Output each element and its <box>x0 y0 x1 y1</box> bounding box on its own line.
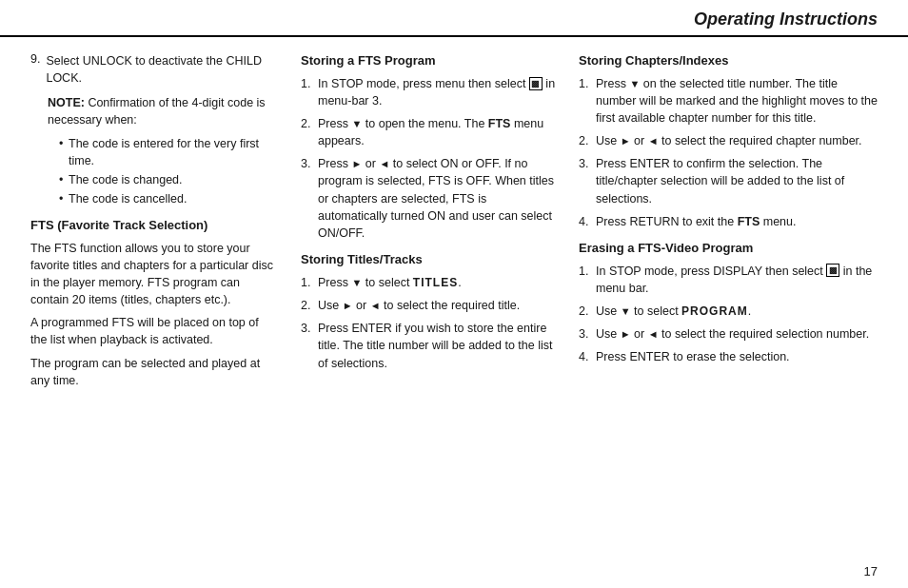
fts-para3: The program can be selected and played a… <box>30 355 278 389</box>
erasing-list: In STOP mode, press DISPLAY then select … <box>579 263 878 366</box>
list-item: Press ENTER if you wish to store the ent… <box>301 320 556 371</box>
storing-chapters-heading: Storing Chapters/Indexes <box>579 52 878 70</box>
list-item: In STOP mode, press DISPLAY then select … <box>579 263 878 297</box>
fts-label: FTS <box>488 117 511 130</box>
menu-bar-icon: ▩ <box>529 77 543 90</box>
list-item: Press RETURN to exit the FTS menu. <box>579 213 878 230</box>
arrow-down-icon: ▼ <box>629 77 640 92</box>
storing-fts-list: In STOP mode, press menu then select ▩ i… <box>301 75 556 242</box>
arrow-left-icon: ◄ <box>370 299 381 314</box>
content-area: 9. Select UNLOCK to deactivate the CHILD… <box>0 37 908 547</box>
list-item: Press ▼ to select TITLES. <box>301 274 556 291</box>
arrow-left-icon: ◄ <box>648 134 659 149</box>
arrow-right-icon: ► <box>621 327 631 343</box>
storing-fts-heading: Storing a FTS Program <box>301 52 556 70</box>
fts-para1: The FTS function allows you to store you… <box>30 240 278 309</box>
item-9-number: 9. <box>30 52 40 87</box>
right-column: Storing Chapters/Indexes Press ▼ on the … <box>579 52 878 547</box>
titles-label: TITLES <box>413 276 458 289</box>
program-label: PROGRAM <box>681 304 748 318</box>
middle-column: Storing a FTS Program In STOP mode, pres… <box>301 52 556 547</box>
menu-bar-icon: ▩ <box>826 264 839 277</box>
fts-label: FTS <box>738 215 760 228</box>
arrow-down-icon: ▼ <box>351 117 362 132</box>
storing-titles-list: Press ▼ to select TITLES. Use ► or ◄ to … <box>301 274 556 372</box>
page-header: Operating Instructions <box>0 0 908 37</box>
list-item: Use ► or ◄ to select the required chapte… <box>579 132 878 149</box>
page-number: 17 <box>864 564 878 578</box>
list-item: The code is cancelled. <box>59 190 278 207</box>
note-label: NOTE: <box>48 96 85 109</box>
erasing-heading: Erasing a FTS-Video Program <box>579 240 878 258</box>
list-item: Press ► or ◄ to select ON or OFF. If no … <box>301 155 556 242</box>
list-item: The code is changed. <box>59 171 278 188</box>
left-column: 9. Select UNLOCK to deactivate the CHILD… <box>30 52 278 547</box>
arrow-left-icon: ◄ <box>379 157 389 172</box>
arrow-down-icon: ▼ <box>351 276 362 291</box>
list-item: The code is entered for the very first t… <box>59 135 278 169</box>
arrow-left-icon: ◄ <box>648 327 659 343</box>
page: Operating Instructions 9. Select UNLOCK … <box>0 0 908 588</box>
page-footer: 17 <box>864 564 878 578</box>
list-item: Press ▼ to open the menu. The FTS menu a… <box>301 115 556 149</box>
note-paragraph: NOTE: Confirmation of the 4-digit code i… <box>30 94 278 128</box>
list-item: Press ENTER to confirm the selection. Th… <box>579 155 878 206</box>
list-item: Use ► or ◄ to select the required select… <box>579 325 878 343</box>
list-item: In STOP mode, press menu then select ▩ i… <box>301 75 556 109</box>
arrow-right-icon: ► <box>343 299 353 314</box>
item-9: 9. Select UNLOCK to deactivate the CHILD… <box>30 52 278 87</box>
list-item: Press ▼ on the selected title number. Th… <box>579 75 878 127</box>
page-title: Operating Instructions <box>694 10 878 29</box>
list-item: Press ENTER to erase the selection. <box>579 348 878 365</box>
storing-chapters-list: Press ▼ on the selected title number. Th… <box>579 75 878 230</box>
arrow-right-icon: ► <box>621 134 631 149</box>
storing-titles-heading: Storing Titles/Tracks <box>301 251 556 269</box>
arrow-down-icon: ▼ <box>621 304 631 320</box>
bullet-list: The code is entered for the very first t… <box>48 135 278 208</box>
list-item: Use ▼ to select PROGRAM. <box>579 303 878 320</box>
arrow-right-icon: ► <box>351 157 362 172</box>
fts-heading: FTS (Favorite Track Selection) <box>30 217 278 235</box>
list-item: Use ► or ◄ to select the required title. <box>301 297 556 314</box>
fts-para2: A programmed FTS will be placed on top o… <box>30 314 278 348</box>
item-9-text: Select UNLOCK to deactivate the CHILD LO… <box>46 52 278 87</box>
